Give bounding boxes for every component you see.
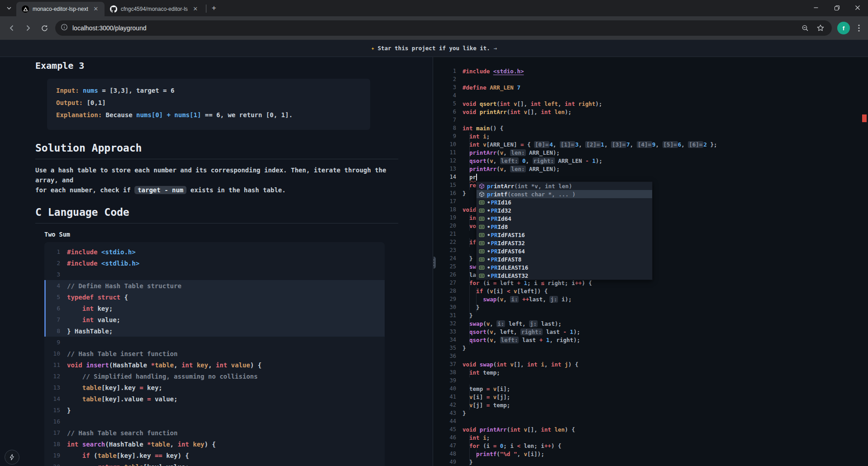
editor-line[interactable]: 3#define ARR_LEN 7 — [434, 83, 868, 91]
editor-line[interactable]: 42 v[j] = temp; — [434, 401, 868, 409]
window-close-button[interactable] — [847, 0, 868, 15]
site-info-icon[interactable] — [61, 24, 68, 33]
monaco-editor-panel[interactable]: 1#include <stdio.h>23#define ARR_LEN 745… — [434, 57, 868, 466]
new-tab-button[interactable]: + — [208, 2, 220, 14]
editor-line[interactable]: 45void printArr(int v[], int len) { — [434, 425, 868, 433]
suggestion-item[interactable]: •PRId32 — [477, 206, 652, 214]
window-minimize-button[interactable] — [806, 0, 826, 15]
editor-line[interactable]: 37void swap(int v[], int i, int j) { — [434, 360, 868, 368]
editor-line[interactable]: 40 temp = v[i]; — [434, 385, 868, 393]
editor-line[interactable]: 38 int temp; — [434, 368, 868, 376]
editor-line[interactable]: 30 } — [434, 303, 868, 311]
editor-line-number: 16 — [434, 190, 456, 196]
zoom-icon[interactable] — [799, 22, 811, 34]
editor-line[interactable]: 46 int i; — [434, 433, 868, 442]
reload-icon[interactable] — [37, 21, 52, 35]
editor-line[interactable]: 5void qsort(int v[], int left, int right… — [434, 100, 868, 108]
problem-description-panel: Example 3 Input: nums = [3,3], target = … — [0, 57, 433, 466]
window-restore-button[interactable] — [826, 0, 847, 15]
editor-line[interactable]: 36 — [434, 352, 868, 360]
indent-guide — [469, 311, 470, 320]
tab-title: cfngc4594/monaco-editor-ls — [121, 6, 188, 12]
doc-code-line: 19 if (table[key].key == key) { — [44, 450, 385, 461]
editor-line[interactable]: 14 pr — [434, 173, 868, 181]
doc-code-line: 8} HashTable; — [44, 325, 385, 337]
editor-line[interactable]: 35} — [434, 344, 868, 352]
editor-line-number: 21 — [434, 231, 456, 237]
editor-line[interactable]: 13 printArr(v, len: ARR_LEN); — [434, 165, 868, 173]
suggestion-item[interactable]: •PRId16 — [477, 198, 652, 206]
constant-suggestion-icon — [478, 247, 485, 255]
editor-line[interactable]: 43} — [434, 409, 868, 417]
editor-line[interactable]: 48 printf("%d ", v[i]); — [434, 450, 868, 458]
pane-resize-handle[interactable] — [434, 257, 436, 269]
address-bar[interactable]: localhost:3000/playground — [55, 20, 832, 36]
example-heading: Example 3 — [35, 60, 398, 71]
tab-search-chevron-icon[interactable] — [3, 2, 15, 14]
editor-line[interactable]: 1#include <stdio.h> — [434, 67, 868, 75]
editor-line-number: 34 — [434, 337, 456, 343]
suggestion-item[interactable]: •PRId64 — [477, 214, 652, 223]
url-text[interactable]: localhost:3000/playground — [72, 24, 796, 32]
constant-suggestion-icon — [478, 256, 485, 263]
indent-guide — [476, 303, 477, 312]
suggestion-item[interactable]: •PRIdLEAST32 — [477, 271, 652, 280]
bookmark-star-icon[interactable] — [815, 22, 826, 34]
suggestion-item[interactable]: •PRIdFAST8 — [477, 255, 652, 263]
editor-line[interactable]: 7 — [434, 116, 868, 124]
editor-line[interactable]: 41 v[i] = v[j]; — [434, 393, 868, 401]
tab-github-repo[interactable]: cfngc4594/monaco-editor-ls ✕ — [105, 2, 204, 16]
indent-guide — [469, 401, 470, 410]
editor-line[interactable]: 34 qsort(v, left: last + 1, right); — [434, 336, 868, 344]
suggestion-item[interactable]: printf(const char *, ... ) — [477, 190, 652, 198]
editor-line[interactable]: 11 printArr(v, len: ARR_LEN); — [434, 148, 868, 157]
profile-avatar[interactable]: f — [837, 22, 850, 34]
doc-code-line: 4// Define Hash Table structure — [44, 280, 385, 291]
tab-monaco-editor[interactable]: monaco-editor-lsp-next ✕ — [16, 2, 105, 16]
indent-guide — [469, 238, 470, 247]
editor-line[interactable]: 31 } — [434, 311, 868, 319]
tab-close-icon[interactable]: ✕ — [92, 5, 100, 13]
indent-guide — [469, 393, 470, 402]
suggestion-item[interactable]: •PRIdFAST16 — [477, 231, 652, 239]
editor-line[interactable]: 33 qsort(v, left, right: last - 1); — [434, 328, 868, 336]
editor-line[interactable]: 10 int v[ARR_LEN] = { [0]=4, [1]=3, [2]=… — [434, 140, 868, 148]
editor-line-number: 7 — [434, 117, 456, 123]
example-row: Output: [0,1] — [56, 99, 370, 106]
editor-line[interactable]: 2 — [434, 75, 868, 83]
autocomplete-popup[interactable]: printArr(int *v, int len)printf(const ch… — [476, 181, 653, 280]
banner-link[interactable]: ✦Star this project if you like it.→ — [371, 45, 497, 52]
doc-code-line: 12 // Simplified handling, assuming no c… — [44, 371, 385, 382]
example-card: Input: nums = [3,3], target = 6Output: [… — [47, 79, 370, 130]
browser-menu-icon[interactable] — [854, 23, 864, 33]
forward-icon[interactable] — [21, 21, 35, 35]
editor-line[interactable]: 39 — [434, 376, 868, 385]
editor-line[interactable]: 49 } — [434, 458, 868, 466]
editor-line[interactable]: 28 if (v[i] < v[left]) { — [434, 287, 868, 295]
editor-line[interactable]: 4 — [434, 91, 868, 100]
suggestion-item[interactable]: •PRIdFAST64 — [477, 247, 652, 255]
editor-line[interactable]: 6void printArr(int v[], int len); — [434, 108, 868, 116]
suggestion-item[interactable]: •PRIdLEAST16 — [477, 263, 652, 271]
constant-suggestion-icon — [478, 239, 485, 247]
constant-suggestion-icon — [478, 272, 485, 279]
editor-line[interactable]: 9 int i; — [434, 132, 868, 140]
editor-line[interactable]: 29 swap(v, i: ++last, j: i); — [434, 295, 868, 303]
doc-code-line: 16 — [44, 416, 385, 427]
indent-guide — [476, 450, 477, 459]
suggestion-item[interactable]: printArr(int *v, int len) — [477, 182, 652, 190]
editor-line[interactable]: 12 qsort(v, left: 0, right: ARR_LEN - 1)… — [434, 157, 868, 165]
editor-line[interactable]: 32 swap(v, i: left, j: last); — [434, 319, 868, 328]
constant-suggestion-icon — [478, 223, 485, 230]
lightning-fab-button[interactable] — [5, 450, 19, 465]
back-icon[interactable] — [5, 21, 19, 35]
editor-line[interactable]: 8int main() { — [434, 124, 868, 132]
editor-line[interactable]: 47 for (i = 0; i < len; i++) { — [434, 442, 868, 450]
arrow-right-icon: → — [494, 45, 497, 52]
editor-line[interactable]: 44 — [434, 417, 868, 425]
tab-close-icon[interactable]: ✕ — [191, 5, 200, 13]
suggestion-item[interactable]: •PRIdFAST32 — [477, 239, 652, 247]
editor-line-number: 3 — [434, 84, 456, 90]
suggestion-item[interactable]: •PRId8 — [477, 223, 652, 231]
doc-code-line: 7 int value; — [44, 314, 385, 325]
